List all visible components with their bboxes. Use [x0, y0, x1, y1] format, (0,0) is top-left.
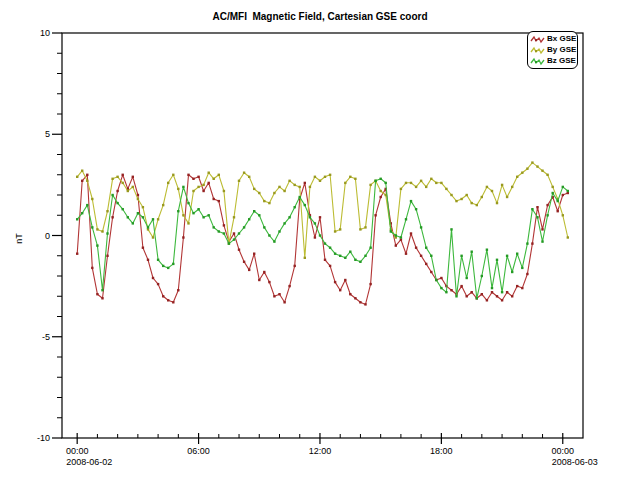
svg-text:10: 10 [40, 28, 50, 38]
legend-box: Bx GSE By GSE Bz GSE [527, 31, 578, 69]
legend-item-bx: Bx GSE [530, 34, 575, 44]
bz-line-sample-icon [530, 57, 545, 66]
svg-text:2008-06-02: 2008-06-02 [66, 457, 112, 467]
chart-title: AC/MFI Magnetic Field, Cartesian GSE coo… [0, 11, 640, 22]
legend-item-bz: Bz GSE [530, 56, 575, 66]
magnetic-field-chart: 1050-5-10nT00:002008-06-0206:0012:0018:0… [0, 0, 640, 480]
plot-area: 1050-5-10nT00:002008-06-0206:0012:0018:0… [0, 0, 640, 480]
legend-label-by: By GSE [547, 46, 576, 54]
by-line-sample-icon [530, 46, 545, 55]
svg-text:5: 5 [45, 129, 50, 139]
legend-label-bx: Bx GSE [547, 35, 576, 43]
bx-line-sample-icon [530, 35, 545, 44]
svg-text:2008-06-03: 2008-06-03 [552, 457, 598, 467]
svg-text:12:00: 12:00 [309, 446, 332, 456]
legend-label-bz: Bz GSE [547, 57, 576, 65]
svg-text:18:00: 18:00 [430, 446, 453, 456]
svg-text:00:00: 00:00 [552, 446, 575, 456]
svg-text:nT: nT [14, 233, 24, 244]
svg-text:0: 0 [45, 231, 50, 241]
svg-text:-10: -10 [37, 433, 50, 443]
legend-item-by: By GSE [530, 45, 575, 55]
svg-text:06:00: 06:00 [187, 446, 210, 456]
svg-text:00:00: 00:00 [66, 446, 89, 456]
svg-text:-5: -5 [42, 332, 50, 342]
